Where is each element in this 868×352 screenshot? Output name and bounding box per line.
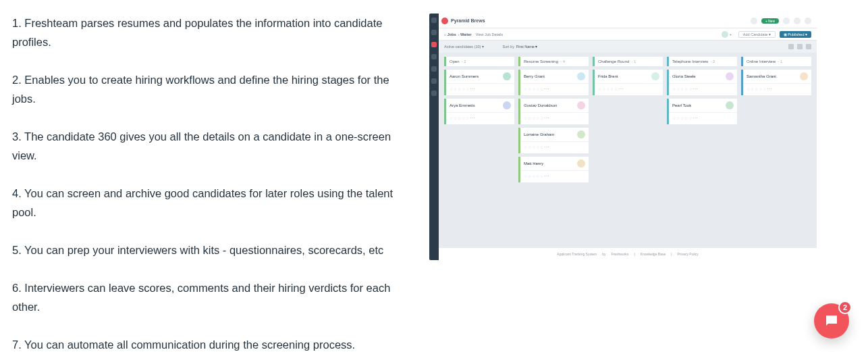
candidate-card[interactable]: Berry Grant☆☆☆☆☆⋯	[518, 70, 589, 95]
candidate-card[interactable]: Lorraine Graham☆☆☆☆☆⋯	[518, 128, 589, 153]
sort-value[interactable]: First Name ▾	[516, 45, 537, 49]
footer-ats[interactable]: Applicant Tracking System	[557, 252, 597, 256]
column-header[interactable]: Online Interview - 1	[741, 57, 811, 66]
feature-list: 1. Freshteam parses resumes and populate…	[12, 14, 410, 352]
avatar	[577, 101, 585, 109]
candidate-card[interactable]: Matt Henry☆☆☆☆☆⋯	[518, 157, 589, 182]
rating-stars[interactable]: ☆☆☆☆☆	[450, 86, 470, 91]
assignee-avatar[interactable]	[722, 31, 728, 38]
footer-privacy[interactable]: Privacy Policy	[678, 252, 699, 256]
nav-icon[interactable]	[431, 54, 437, 59]
search-icon[interactable]	[751, 18, 757, 24]
card-more-icon[interactable]: ⋯	[544, 115, 549, 121]
nav-icon[interactable]	[431, 18, 437, 23]
breadcrumb: ⌂ Jobs › Waiter View Job Details + Add C…	[439, 28, 817, 41]
chat-fab[interactable]: 2	[814, 303, 849, 338]
brand-icon	[441, 18, 448, 24]
column-header[interactable]: Open - 2	[444, 57, 514, 66]
filter-icon[interactable]	[797, 44, 803, 49]
nav-icon[interactable]	[431, 66, 437, 72]
rating-stars[interactable]: ☆☆☆☆☆	[524, 145, 544, 149]
rating-stars[interactable]: ☆☆☆☆☆	[747, 86, 767, 91]
notifications-icon[interactable]	[794, 18, 801, 24]
card-more-icon[interactable]: ⋯	[693, 86, 698, 92]
feature-item: 6. Interviewers can leave scores, commen…	[12, 278, 410, 316]
avatar	[503, 72, 511, 80]
avatar	[651, 72, 659, 80]
rating-stars[interactable]: ☆☆☆☆☆	[524, 116, 544, 120]
rating-stars[interactable]: ☆☆☆☆☆	[672, 116, 693, 120]
feature-item: 2. Enables you to create hiring workflow…	[12, 70, 410, 108]
candidate-card[interactable]: Gloria Steele☆☆☆☆☆⋯	[667, 70, 737, 95]
rating-stars[interactable]: ☆☆☆☆☆	[598, 86, 618, 91]
brand-name: Pyramid Brews	[451, 18, 485, 23]
card-more-icon[interactable]: ⋯	[618, 86, 624, 92]
kanban-board: Open - 2Aaron Summers☆☆☆☆☆⋯Arya Emmetts☆…	[439, 53, 817, 248]
nav-icon[interactable]	[431, 30, 437, 35]
avatar[interactable]	[805, 18, 811, 24]
add-assignee-icon[interactable]: +	[730, 32, 732, 36]
candidate-card[interactable]: Arya Emmetts☆☆☆☆☆⋯	[444, 99, 514, 124]
candidate-card[interactable]: Gustav Donaldson☆☆☆☆☆⋯	[518, 99, 589, 124]
chat-icon	[823, 313, 840, 329]
nav-icon[interactable]	[431, 91, 437, 96]
avatar	[800, 72, 808, 80]
home-icon[interactable]: ⌂	[444, 32, 446, 36]
avatar	[726, 101, 734, 109]
card-more-icon[interactable]: ⋯	[470, 86, 475, 92]
footer-kb[interactable]: Knowledge Base	[641, 252, 666, 256]
rating-stars[interactable]: ☆☆☆☆☆	[524, 174, 544, 178]
help-icon[interactable]	[783, 18, 790, 24]
footer-by: by	[602, 252, 605, 256]
column-header[interactable]: Challenge Round - 1	[593, 57, 663, 66]
crumb-jobs[interactable]: Jobs	[447, 32, 456, 36]
chat-badge: 2	[838, 301, 852, 314]
feature-item: 7. You can automate all communication du…	[12, 335, 410, 352]
side-nav	[429, 14, 439, 260]
filter-row: Active candidates (10) ▾ Sort by First N…	[439, 41, 817, 53]
rating-stars[interactable]: ☆☆☆☆☆	[450, 116, 470, 120]
column-header[interactable]: Telephone Interview - 2	[667, 57, 737, 66]
app-screenshot: Pyramid Brews + New ⌂ Jobs › Waiter View…	[429, 14, 817, 260]
footer: Applicant Tracking System by Freshworks …	[439, 248, 817, 260]
feature-item: 3. The candidate 360 gives you all the d…	[12, 127, 410, 165]
avatar	[503, 101, 511, 109]
add-candidate-button[interactable]: Add Candidate ▾	[738, 31, 776, 38]
feature-item: 4. You can screen and archive good candi…	[12, 184, 410, 222]
feature-item: 5. You can prep your interviewers with k…	[12, 241, 410, 259]
card-more-icon[interactable]: ⋯	[544, 86, 549, 92]
nav-icon-active[interactable]	[431, 42, 437, 47]
card-more-icon[interactable]: ⋯	[470, 115, 475, 121]
candidate-card[interactable]: Samantha Grant☆☆☆☆☆⋯	[741, 70, 811, 95]
rating-stars[interactable]: ☆☆☆☆☆	[672, 86, 693, 91]
avatar	[577, 159, 585, 168]
footer-brand[interactable]: Freshworks	[612, 252, 629, 256]
published-button[interactable]: ◉ Published ▾	[780, 31, 811, 38]
avatar	[726, 72, 734, 80]
column-header[interactable]: Resume Screening - 4	[518, 57, 589, 66]
top-bar: Pyramid Brews + New	[439, 14, 817, 28]
view-toggle-icon[interactable]	[788, 44, 794, 49]
rating-stars[interactable]: ☆☆☆☆☆	[524, 86, 544, 91]
crumb-sep: ›	[458, 32, 460, 36]
card-more-icon[interactable]: ⋯	[693, 115, 698, 121]
new-button[interactable]: + New	[761, 18, 779, 24]
candidate-card[interactable]: Pearl Took☆☆☆☆☆⋯	[667, 99, 737, 124]
avatar	[577, 72, 585, 80]
more-icon[interactable]	[806, 44, 811, 49]
view-job-details-link[interactable]: View Job Details	[476, 32, 504, 36]
crumb-role[interactable]: Waiter	[460, 32, 472, 36]
card-more-icon[interactable]: ⋯	[767, 86, 772, 92]
candidate-card[interactable]: Frida Brent☆☆☆☆☆⋯	[593, 70, 663, 95]
avatar	[577, 130, 585, 139]
candidate-card[interactable]: Aaron Summers☆☆☆☆☆⋯	[444, 70, 514, 95]
card-more-icon[interactable]: ⋯	[544, 144, 549, 150]
card-more-icon[interactable]: ⋯	[544, 173, 549, 179]
nav-icon[interactable]	[431, 78, 437, 84]
feature-item: 1. Freshteam parses resumes and populate…	[12, 14, 410, 51]
active-candidates-filter[interactable]: Active candidates (10) ▾	[444, 45, 484, 49]
sort-label: Sort by	[502, 45, 514, 49]
